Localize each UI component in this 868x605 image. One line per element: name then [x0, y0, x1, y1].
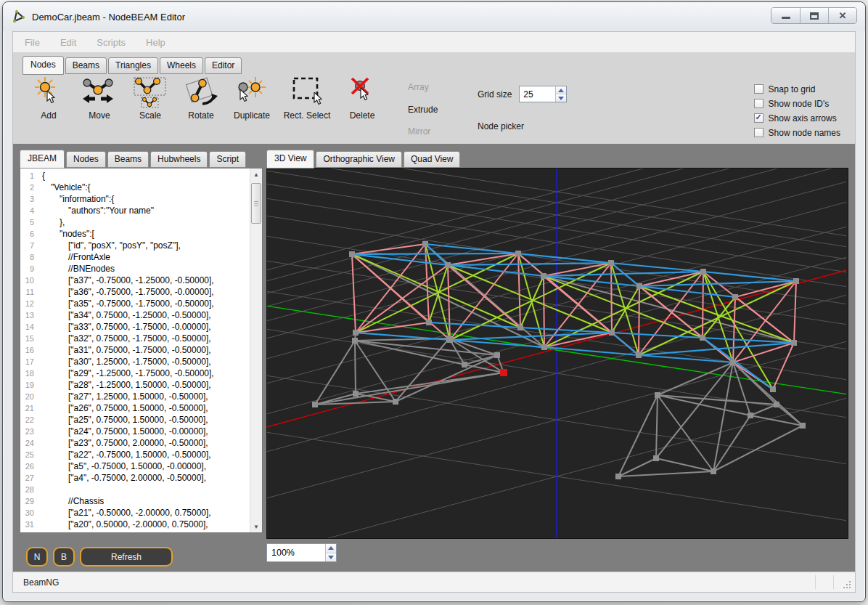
node-marker[interactable] — [636, 352, 642, 358]
panel-tab-beams[interactable]: Beams — [107, 151, 149, 168]
tool-rotate[interactable]: Rotate — [177, 76, 225, 144]
node-marker[interactable] — [636, 283, 642, 289]
tool-rect-select[interactable]: Rect. Select — [279, 76, 335, 144]
menu-edit[interactable]: Edit — [60, 37, 76, 48]
code-line[interactable]: 16["a31", 0.75000, -1.75000, -0.50000], — [20, 345, 250, 357]
node-marker[interactable] — [517, 325, 523, 330]
b-button[interactable]: B — [53, 547, 75, 567]
node-marker[interactable] — [748, 413, 753, 418]
tab-beams[interactable]: Beams — [65, 57, 107, 74]
code-line[interactable]: 24["a23", 0.75000, 2.00000, -0.50000], — [20, 438, 250, 450]
code-line[interactable]: 5}, — [20, 217, 250, 229]
code-line[interactable]: 20["a27", 1.25000, 1.50000, -0.50000], — [20, 391, 250, 403]
code-line[interactable]: 22["a25", 0.75000, 1.50000, -0.50000], — [20, 415, 250, 426]
editor-scrollbar[interactable]: ▲ ▼ — [250, 168, 262, 532]
node-marker[interactable] — [608, 260, 614, 266]
code-line[interactable]: 25["a22", -0.75000, 1.50000, -0.50000], — [20, 450, 250, 461]
node-marker[interactable] — [791, 340, 797, 346]
maximize-button[interactable] — [800, 8, 828, 23]
node-marker[interactable] — [494, 352, 500, 358]
node-marker[interactable] — [393, 399, 398, 405]
view-tab-orthographic-view[interactable]: Orthographic View — [316, 151, 402, 168]
scrollbar-thumb[interactable] — [251, 183, 261, 224]
code-line[interactable]: 29//Chassis — [20, 496, 250, 508]
node-marker[interactable] — [446, 336, 452, 341]
node-marker[interactable] — [349, 251, 355, 257]
code-line[interactable]: 10["a37", -0.75000, -1.25000, -0.50000], — [20, 275, 250, 287]
code-line[interactable]: 1{ — [20, 171, 250, 182]
n-button[interactable]: N — [26, 547, 48, 567]
code-line[interactable]: 3"information":{ — [20, 194, 250, 206]
minimize-button[interactable] — [771, 8, 800, 23]
view-tab-quad-view[interactable]: Quad View — [404, 151, 460, 168]
grid-size-down-button[interactable] — [556, 94, 566, 102]
node-marker[interactable] — [774, 402, 779, 407]
op-extrude[interactable]: Extrude — [408, 105, 453, 115]
tool-duplicate[interactable]: Duplicate — [228, 76, 276, 144]
code-line[interactable]: 26["a5", -0.75000, 1.50000, -0.00000], — [20, 461, 250, 473]
view-tab-3d-view[interactable]: 3D View — [266, 150, 314, 168]
code-line[interactable]: 31["a20", 0.50000, -2.00000, 0.75000], — [20, 519, 250, 531]
code-line[interactable]: 18["a29", -1.25000, -1.75000, -0.50000], — [20, 368, 250, 380]
code-line[interactable]: 8//FrontAxle — [20, 252, 250, 264]
grid-size-up-button[interactable] — [556, 86, 566, 94]
node-marker[interactable] — [655, 392, 660, 398]
code-line[interactable]: 17["a30", 1.25000, -1.75000, -0.50000], — [20, 357, 250, 368]
panel-tab-jbeam[interactable]: JBEAM — [20, 150, 65, 168]
grid-size-input[interactable]: 25 — [519, 86, 567, 102]
viewport-zoom-input[interactable]: 100% — [266, 543, 337, 562]
zoom-up-button[interactable] — [326, 544, 336, 553]
tool-add[interactable]: Add — [25, 76, 73, 144]
panel-tab-script[interactable]: Script — [209, 151, 246, 168]
node-marker[interactable] — [353, 391, 359, 397]
checkbox-show-node-names[interactable]: ✓Show node names — [754, 126, 840, 139]
code-line[interactable]: 23["a24", 0.75000, 1.50000, -0.00000], — [20, 426, 250, 438]
node-marker[interactable] — [700, 335, 705, 341]
scroll-down-button[interactable]: ▼ — [250, 521, 262, 532]
node-marker[interactable] — [609, 330, 615, 336]
code-line[interactable]: 6"nodes":[ — [20, 229, 250, 240]
node-marker[interactable] — [541, 273, 546, 279]
checkbox-show-node-id-s[interactable]: ✓Show node ID's — [754, 97, 840, 110]
code-line[interactable]: 7["id", "posX", "posY", "posZ"], — [20, 240, 250, 252]
node-marker[interactable] — [352, 338, 358, 344]
node-marker[interactable] — [770, 386, 776, 392]
panel-tab-nodes[interactable]: Nodes — [66, 151, 106, 168]
node-marker[interactable] — [353, 330, 359, 336]
code-line[interactable]: 19["a28", -1.25000, 1.50000, -0.50000], — [20, 380, 250, 391]
code-line[interactable]: 13["a34", 0.75000, -1.25000, -0.50000], — [20, 310, 250, 322]
node-marker[interactable] — [800, 423, 806, 429]
tool-move[interactable]: Move — [75, 76, 123, 144]
resize-grip-icon[interactable] — [843, 580, 852, 590]
menu-file[interactable]: File — [25, 37, 40, 48]
tab-triangles[interactable]: Triangles — [108, 57, 158, 74]
code-line[interactable]: 14["a33", 0.75000, -1.75000, -0.00000], — [20, 322, 250, 333]
node-marker[interactable] — [711, 468, 716, 474]
checkbox-show-axis-arrows[interactable]: ✓Show axis arrows — [754, 112, 840, 124]
selected-node[interactable] — [500, 369, 507, 376]
code-line[interactable]: 2"Vehicle":{ — [20, 182, 250, 194]
refresh-button[interactable]: Refresh — [80, 547, 173, 567]
panel-tab-hubwheels[interactable]: Hubwheels — [150, 151, 208, 168]
jbeam-editor[interactable]: 1{2"Vehicle":{3"information":{4"authors"… — [20, 168, 263, 533]
node-marker[interactable] — [732, 294, 738, 300]
node-marker[interactable] — [615, 474, 621, 479]
zoom-down-button[interactable] — [326, 553, 336, 562]
tool-scale[interactable]: Scale — [126, 76, 174, 144]
node-marker[interactable] — [700, 269, 706, 275]
tab-nodes[interactable]: Nodes — [22, 56, 64, 75]
node-marker[interactable] — [445, 262, 451, 268]
node-marker[interactable] — [462, 362, 467, 368]
node-marker[interactable] — [422, 241, 428, 247]
menu-help[interactable]: Help — [146, 37, 165, 48]
titlebar[interactable]: DemoCar.jbeam - NodeBEAM Editor ✕ — [3, 2, 865, 31]
code-line[interactable]: 11["a36", -0.75000, -1.75000, -0.00000], — [20, 287, 250, 299]
node-marker[interactable] — [793, 278, 799, 284]
node-marker[interactable] — [653, 455, 659, 461]
code-line[interactable]: 27["a4", -0.75000, 2.00000, -0.50000], — [20, 473, 250, 484]
tab-wheels[interactable]: Wheels — [160, 57, 203, 74]
node-marker[interactable] — [312, 402, 318, 407]
code-line[interactable]: 30["a21", -0.50000, -2.00000, 0.75000], — [20, 508, 250, 519]
node-marker[interactable] — [426, 320, 432, 325]
code-line[interactable]: 12["a35", -0.75000, -1.75000, -0.50000], — [20, 299, 250, 310]
